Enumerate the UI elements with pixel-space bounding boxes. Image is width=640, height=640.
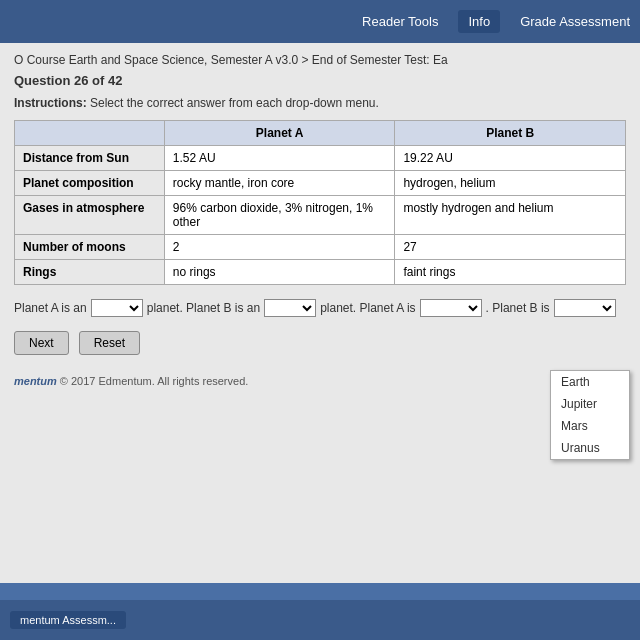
top-navigation: Reader Tools Info Grade Assessment [0, 0, 640, 43]
footer: mentum © 2017 Edmentum. All rights reser… [14, 375, 626, 387]
table-row: Rings no rings faint rings [15, 260, 626, 285]
row-label: Planet composition [15, 171, 165, 196]
row-planet-a: no rings [164, 260, 395, 285]
taskbar: mentum Assessm... [0, 600, 640, 640]
table-header-planet-a: Planet A [164, 121, 395, 146]
table-row: Distance from Sun 1.52 AU 19.22 AU [15, 146, 626, 171]
dropdown-planet-b-name[interactable]: Earth Jupiter Mars Uranus [554, 299, 616, 317]
dropdown-option-uranus[interactable]: Uranus [551, 437, 629, 459]
dropdown-option-earth[interactable]: Earth [551, 371, 629, 393]
table-header-blank [15, 121, 165, 146]
table-row: Number of moons 2 27 [15, 235, 626, 260]
main-content: O Course Earth and Space Science, Semest… [0, 43, 640, 583]
instructions-text: Select the correct answer from each drop… [90, 96, 379, 110]
copyright-text: © 2017 Edmentum. All rights reserved. [60, 375, 248, 387]
dropdown-planet-a-type[interactable]: inner outer [91, 299, 143, 317]
next-button[interactable]: Next [14, 331, 69, 355]
taskbar-item[interactable]: mentum Assessm... [10, 611, 126, 629]
table-row: Gases in atmosphere 96% carbon dioxide, … [15, 196, 626, 235]
row-label: Distance from Sun [15, 146, 165, 171]
dropdown-option-jupiter[interactable]: Jupiter [551, 393, 629, 415]
row-label: Rings [15, 260, 165, 285]
instructions-label: Instructions: [14, 96, 87, 110]
breadcrumb: O Course Earth and Space Science, Semest… [14, 53, 626, 67]
button-row: Next Reset [14, 331, 626, 355]
brand-name: mentum [14, 375, 57, 387]
planet-data-table: Planet A Planet B Distance from Sun 1.52… [14, 120, 626, 285]
row-planet-b: mostly hydrogen and helium [395, 196, 626, 235]
row-planet-a: 2 [164, 235, 395, 260]
dropdown-planet-b-type[interactable]: inner outer [264, 299, 316, 317]
row-label: Gases in atmosphere [15, 196, 165, 235]
table-row: Planet composition rocky mantle, iron co… [15, 171, 626, 196]
row-planet-a: 1.52 AU [164, 146, 395, 171]
row-planet-b: hydrogen, helium [395, 171, 626, 196]
row-planet-a: rocky mantle, iron core [164, 171, 395, 196]
row-label: Number of moons [15, 235, 165, 260]
answer-text-2: planet. Planet B is an [147, 301, 260, 315]
answer-text-3: planet. Planet A is [320, 301, 415, 315]
info-button[interactable]: Info [458, 10, 500, 33]
reset-button[interactable]: Reset [79, 331, 140, 355]
dropdown-planet-a-name[interactable]: Earth Jupiter Mars Uranus [420, 299, 482, 317]
answer-text-1: Planet A is an [14, 301, 87, 315]
planet-b-select-wrapper: Earth Jupiter Mars Uranus [554, 299, 616, 317]
instructions: Instructions: Select the correct answer … [14, 96, 626, 110]
answer-text-4: . Planet B is [486, 301, 550, 315]
dropdown-option-mars[interactable]: Mars [551, 415, 629, 437]
row-planet-b: 27 [395, 235, 626, 260]
row-planet-b: 19.22 AU [395, 146, 626, 171]
dropdown-open-overlay: Earth Jupiter Mars Uranus [550, 370, 630, 460]
table-header-planet-b: Planet B [395, 121, 626, 146]
answer-row: Planet A is an inner outer planet. Plane… [14, 299, 626, 317]
grade-assessment-button[interactable]: Grade Assessment [520, 14, 630, 29]
question-number: Question 26 of 42 [14, 73, 626, 88]
reader-tools-button[interactable]: Reader Tools [362, 14, 438, 29]
row-planet-a: 96% carbon dioxide, 3% nitrogen, 1% othe… [164, 196, 395, 235]
row-planet-b: faint rings [395, 260, 626, 285]
